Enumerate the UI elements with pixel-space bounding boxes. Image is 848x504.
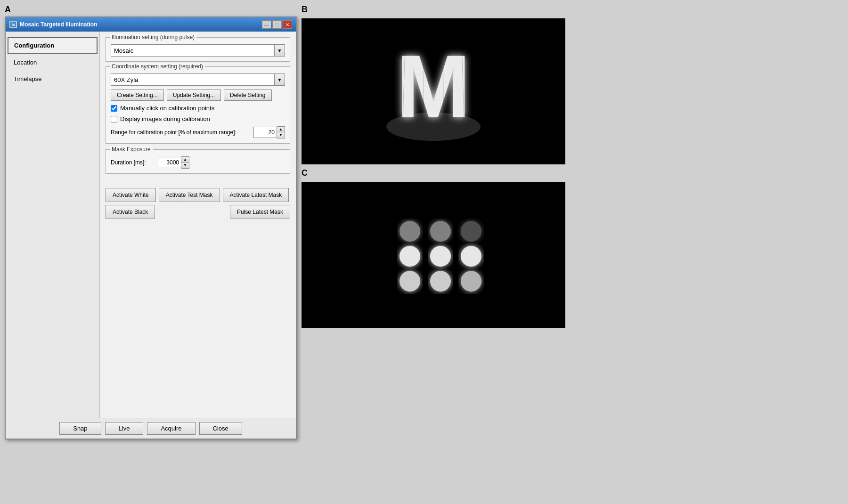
svg-point-16 [430, 246, 451, 267]
svg-point-20 [461, 271, 481, 292]
snap-button[interactable]: Snap [59, 422, 101, 435]
duration-row: Duration [ms]: 3000 ▲ ▼ [111, 156, 285, 169]
display-images-row: Display images during calibration [111, 115, 285, 122]
duration-label: Duration [ms]: [111, 159, 153, 166]
activate-white-button[interactable]: Activate White [106, 188, 156, 202]
panel-b-svg: M [302, 18, 565, 164]
coordinate-legend: Coordinate system setting (required) [110, 63, 205, 70]
duration-spin-down[interactable]: ▼ [181, 163, 189, 168]
illumination-dropdown-wrapper: Mosaic ▼ [111, 44, 285, 57]
duration-input[interactable]: 3000 [158, 157, 181, 168]
titlebar-buttons: — □ ✕ [262, 20, 292, 29]
restore-button[interactable]: □ [272, 20, 282, 29]
display-images-label: Display images during calibration [120, 115, 210, 122]
minimize-button[interactable]: — [262, 20, 271, 29]
coordinate-dropdown-arrow[interactable]: ▼ [275, 73, 285, 86]
range-row: Range for calibration point [% of maximu… [111, 126, 285, 138]
panel-a-label: A [5, 5, 11, 15]
range-input[interactable]: 20 [253, 127, 277, 138]
dialog-body: Configuration Location Timelapse Illumin… [6, 32, 296, 418]
titlebar-left: M Mosaic Targeted Illumination [9, 21, 97, 28]
range-label: Range for calibration point [% of maximu… [111, 129, 250, 136]
panel-c-svg [302, 182, 565, 328]
activate-row-2: Activate Black Pulse Latest Mask [106, 205, 290, 219]
duration-spin-up[interactable]: ▲ [181, 157, 189, 163]
dialog-footer: Snap Live Acquire Close [6, 418, 296, 439]
activate-latest-mask-button[interactable]: Activate Latest Mask [223, 188, 289, 202]
svg-point-17 [461, 246, 481, 267]
mask-exposure-group: Mask Exposure Duration [ms]: 3000 ▲ ▼ [106, 149, 290, 174]
panel-c-label: C [302, 168, 565, 178]
sidebar-configuration-label: Configuration [14, 42, 54, 49]
svg-text:M: M [12, 23, 15, 27]
svg-point-10 [386, 113, 481, 141]
sidebar-timelapse-label: Timelapse [14, 75, 41, 82]
range-spinbox: 20 ▲ ▼ [253, 126, 285, 138]
manually-click-row: Manually click on calibration points [111, 105, 285, 112]
dialog-title: Mosaic Targeted Illumination [20, 21, 97, 28]
sidebar-item-timelapse[interactable]: Timelapse [8, 71, 98, 87]
coordinate-dropdown-wrapper: 60X Zyla ▼ [111, 73, 285, 86]
activate-test-mask-button[interactable]: Activate Test Mask [159, 188, 220, 202]
activate-section: Activate White Activate Test Mask Activa… [106, 188, 290, 219]
manually-click-label: Manually click on calibration points [120, 105, 214, 112]
svg-point-19 [430, 271, 451, 292]
panel-c-image [302, 182, 565, 328]
close-button[interactable]: Close [199, 422, 242, 435]
right-panels: B M [302, 5, 565, 328]
range-spin-down[interactable]: ▼ [277, 132, 285, 138]
svg-point-12 [400, 221, 420, 242]
panel-b-image: M [302, 18, 565, 164]
range-spin-up[interactable]: ▲ [277, 127, 285, 132]
svg-point-18 [400, 271, 420, 292]
update-setting-button[interactable]: Update Setting... [167, 89, 221, 101]
close-window-button[interactable]: ✕ [283, 20, 292, 29]
svg-point-14 [461, 221, 481, 242]
illumination-select[interactable]: Mosaic [111, 44, 275, 57]
illumination-dropdown-arrow[interactable]: ▼ [275, 44, 285, 57]
sidebar-item-configuration[interactable]: Configuration [8, 37, 98, 54]
duration-spin-buttons: ▲ ▼ [181, 156, 189, 169]
svg-point-15 [400, 246, 420, 267]
acquire-button[interactable]: Acquire [147, 422, 195, 435]
sidebar-item-location[interactable]: Location [8, 55, 98, 70]
panel-b-label: B [302, 5, 565, 15]
manually-click-checkbox[interactable] [111, 105, 117, 112]
range-spin-buttons: ▲ ▼ [277, 126, 285, 138]
activate-row-1: Activate White Activate Test Mask Activa… [106, 188, 290, 202]
duration-spinbox: 3000 ▲ ▼ [158, 156, 189, 169]
activate-black-button[interactable]: Activate Black [106, 205, 155, 219]
dialog-titlebar: M Mosaic Targeted Illumination — □ ✕ [6, 17, 296, 32]
create-setting-button[interactable]: Create Setting... [111, 89, 164, 101]
coordinate-select[interactable]: 60X Zyla [111, 73, 275, 86]
coordinate-group: Coordinate system setting (required) 60X… [106, 66, 290, 144]
display-images-checkbox[interactable] [111, 116, 117, 122]
illumination-legend: Illumination setting (during pulse) [110, 34, 196, 41]
coordinate-button-row: Create Setting... Update Setting... Dele… [111, 89, 285, 101]
svg-point-13 [430, 221, 451, 242]
sidebar: Configuration Location Timelapse [6, 32, 100, 418]
illumination-group: Illumination setting (during pulse) Mosa… [106, 37, 290, 62]
sidebar-location-label: Location [14, 59, 37, 66]
main-content: Illumination setting (during pulse) Mosa… [100, 32, 296, 418]
pulse-latest-mask-button[interactable]: Pulse Latest Mask [230, 205, 290, 219]
app-icon: M [9, 21, 17, 28]
delete-setting-button[interactable]: Delete Setting [224, 89, 271, 101]
mask-exposure-legend: Mask Exposure [110, 146, 153, 153]
live-button[interactable]: Live [105, 422, 144, 435]
main-dialog: M Mosaic Targeted Illumination — □ ✕ Con… [5, 16, 297, 439]
